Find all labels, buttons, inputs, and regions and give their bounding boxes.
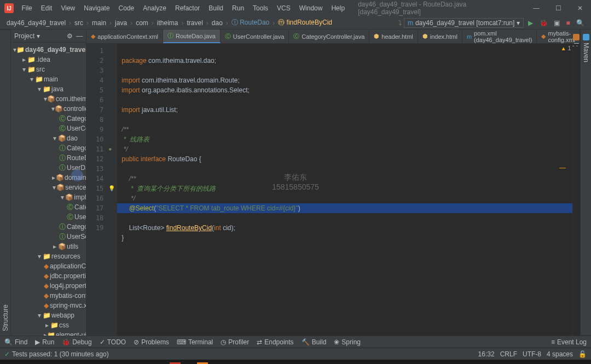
collapse-icon[interactable]: —: [76, 32, 83, 40]
tab-categorycontroller[interactable]: ⒸCategoryController.java: [289, 30, 369, 43]
tree-userserviceimpl[interactable]: ⒸUserServiceImpl: [11, 212, 86, 222]
task-search[interactable]: 🔍: [16, 361, 31, 364]
tree-idea[interactable]: ▸📁.idea: [11, 55, 86, 64]
task-vscode[interactable]: ⧉: [62, 361, 77, 364]
crumb-itheima[interactable]: itheima: [155, 19, 181, 27]
minimize-button[interactable]: —: [525, 0, 547, 16]
menu-navigate[interactable]: Navigate: [80, 2, 113, 15]
crumb-src[interactable]: src: [72, 19, 85, 27]
tree-src[interactable]: ▾📁src: [11, 64, 86, 74]
task-app7[interactable]: ◐: [209, 361, 223, 364]
maven-tool-button[interactable]: Maven: [581, 30, 591, 336]
chevron-up-icon[interactable]: ˆ: [572, 45, 574, 51]
tree-mybatis[interactable]: ◆mybatis-config.xml: [11, 291, 86, 301]
spring-tool[interactable]: ❀ Spring: [334, 338, 361, 346]
chevron-down-icon[interactable]: ˇ: [576, 45, 578, 51]
tree-css[interactable]: ▸📁css: [11, 320, 86, 330]
menu-vcs[interactable]: VCS: [274, 2, 294, 15]
tab-usercontroller[interactable]: ⒸUserController.java: [221, 30, 289, 43]
menu-run[interactable]: Run: [229, 2, 247, 15]
readonly-icon[interactable]: 🔓: [578, 350, 587, 358]
task-app13[interactable]: ◉: [301, 361, 315, 364]
task-app5[interactable]: ◯: [182, 361, 196, 364]
coverage-icon[interactable]: ▣: [552, 19, 562, 27]
structure-tool-button[interactable]: Structure: [1, 30, 10, 336]
menu-code[interactable]: Code: [115, 2, 138, 15]
task-app11[interactable]: ▮: [270, 361, 285, 364]
tab-pom[interactable]: mpom.xml (day46_day49_travel): [462, 30, 537, 43]
tree-usercontroller[interactable]: ⒸUserController: [11, 124, 86, 133]
menu-refactor[interactable]: Refactor: [172, 2, 203, 15]
todo-tool[interactable]: ✓ TODO: [100, 338, 126, 346]
tree-categorydao[interactable]: ⒾCategoryDao: [11, 143, 86, 153]
build-tool[interactable]: 🔨 Build: [302, 338, 327, 346]
stop-icon[interactable]: ■: [564, 19, 572, 27]
tree-domain[interactable]: ▸📦domain: [11, 173, 86, 183]
tree-package[interactable]: ▾📦com.itheima.travel: [11, 94, 86, 104]
problems-tool[interactable]: ⊘ Problems: [134, 338, 169, 346]
tab-routedao[interactable]: ⒾRouteDao.java: [163, 30, 221, 43]
task-explorer[interactable]: 📁: [47, 361, 61, 364]
crumb-dao[interactable]: dao: [210, 19, 225, 27]
task-chrome[interactable]: 🌐: [78, 361, 92, 364]
tree-main[interactable]: ▾📁main: [11, 74, 86, 84]
crumb-project[interactable]: day46_day49_travel: [4, 19, 68, 27]
tab-index[interactable]: ⬢index.html: [418, 30, 462, 43]
line-separator[interactable]: CRLF: [500, 350, 517, 358]
project-settings-icon[interactable]: ⚙: [67, 32, 73, 40]
task-app2[interactable]: ◉: [139, 361, 153, 364]
crumb-java[interactable]: java: [113, 19, 129, 27]
tree-catserviceimpl[interactable]: ⒸCategoryServiceImpl: [11, 202, 86, 212]
task-app9[interactable]: ◆: [240, 361, 254, 364]
caret-position[interactable]: 16:32: [478, 350, 495, 358]
find-tool[interactable]: 🔍 Find: [4, 338, 27, 346]
code-editor[interactable]: 12345678910111213141516171819 ●💡 package…: [86, 44, 580, 336]
tree-dao[interactable]: ▾📦dao: [11, 133, 86, 143]
tree-service[interactable]: ▾📦service: [11, 183, 86, 192]
eventlog-tool[interactable]: ≡ Event Log: [551, 338, 587, 346]
tree-userservice[interactable]: ⒾUserService: [11, 232, 86, 242]
start-button[interactable]: ⊞: [1, 361, 15, 364]
menu-analyze[interactable]: Analyze: [140, 2, 170, 15]
tree-log4j[interactable]: ◆log4j.properties: [11, 281, 86, 291]
tree-controller[interactable]: ▾📦controller: [11, 104, 86, 114]
crumb-class[interactable]: Ⓘ RouteDao: [229, 18, 271, 27]
task-firefox[interactable]: 🦊: [108, 361, 123, 364]
tree-routedao[interactable]: ⒾRouteDao: [11, 153, 86, 163]
task-app3[interactable]: ▦: [154, 361, 169, 364]
menu-view[interactable]: View: [57, 2, 78, 15]
menu-tools[interactable]: Tools: [250, 2, 271, 15]
tree-jdbc[interactable]: ◆jdbc.properties: [11, 271, 86, 281]
tree-resources[interactable]: ▾📁resources: [11, 251, 86, 261]
crumb-com[interactable]: com: [134, 19, 150, 27]
run-icon[interactable]: ▶: [526, 19, 535, 27]
debug-icon[interactable]: 🐞: [537, 19, 550, 27]
tree-userdao[interactable]: ⒾUserDao: [11, 163, 86, 173]
crumb-travel[interactable]: travel: [184, 19, 205, 27]
task-edge[interactable]: e: [93, 361, 107, 364]
menu-file[interactable]: File: [18, 2, 35, 15]
menu-build[interactable]: Build: [205, 2, 227, 15]
project-tree[interactable]: ▾📁day46_day49_travel D:\WorkSpace\Idea\J…: [11, 43, 86, 336]
tab-header[interactable]: ⬢header.html: [369, 30, 418, 43]
task-app12[interactable]: 📁: [286, 361, 300, 364]
file-encoding[interactable]: UTF-8: [523, 350, 541, 358]
error-stripe[interactable]: ▲ 1 ˆ ˇ: [572, 44, 580, 336]
project-root[interactable]: ▾📁day46_day49_travel D:\WorkSpace\Idea\J…: [11, 45, 86, 55]
maximize-button[interactable]: ☐: [547, 0, 569, 16]
task-app1[interactable]: ◉: [124, 361, 138, 364]
crumb-method[interactable]: ⓜ findRouteByCid: [276, 18, 334, 27]
terminal-tool[interactable]: ⌨ Terminal: [177, 338, 213, 346]
tree-catservice[interactable]: ⒾCategoryService: [11, 222, 86, 232]
favorites-tool-button[interactable]: Favorites: [0, 30, 1, 336]
warning-icon[interactable]: ▲: [561, 45, 566, 51]
tree-categorycontroller[interactable]: ⒸCategoryController: [11, 114, 86, 124]
menu-window[interactable]: Window: [296, 2, 326, 15]
task-app8[interactable]: ▦: [224, 361, 239, 364]
tree-utils[interactable]: ▸📦utils: [11, 242, 86, 251]
endpoints-tool[interactable]: ⇄ Endpoints: [257, 338, 293, 346]
indent-info[interactable]: 4 spaces: [547, 350, 573, 358]
build-icon[interactable]: ⤵: [398, 19, 402, 27]
tree-webapp[interactable]: ▾📁webapp: [11, 310, 86, 320]
run-config-selector[interactable]: m day46_day49_travel [tomcat7:run] ▾: [404, 18, 524, 28]
